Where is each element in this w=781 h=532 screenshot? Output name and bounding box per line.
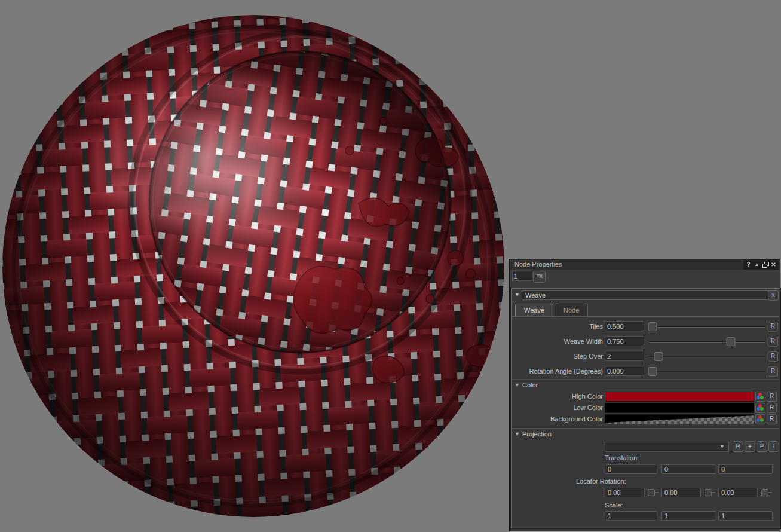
tiles-slider[interactable]	[648, 321, 766, 332]
color-label: High Color	[512, 393, 603, 400]
color-label: Background Color	[512, 415, 603, 423]
reset-button[interactable]: R	[733, 441, 743, 452]
translation-z-input[interactable]	[718, 464, 773, 474]
close-icon[interactable]: ✕	[770, 261, 777, 268]
tabs-divider	[512, 316, 779, 317]
add-locator-button[interactable]: +	[745, 441, 755, 452]
shade-icon[interactable]: ▲	[753, 261, 761, 268]
rotation-x-input[interactable]	[605, 488, 645, 497]
projection-locator-row: ▼ R + P T	[512, 441, 780, 452]
reset-button[interactable]: R	[768, 337, 778, 347]
param-label: Step Over	[512, 353, 603, 360]
param-row-step-over: Step Over R	[512, 349, 780, 364]
rotation-z-mini-slider[interactable]	[761, 489, 772, 496]
param-row-tiles: Tiles R	[512, 319, 780, 334]
alpha-checker	[605, 415, 754, 424]
locator-dropdown[interactable]: ▼	[605, 441, 729, 452]
panel-title: Node Properties	[514, 261, 562, 268]
rotation-label: Locator Rotation:	[576, 478, 626, 485]
reset-button[interactable]: R	[767, 414, 777, 424]
help-icon[interactable]: ?	[745, 261, 752, 268]
slider-handle[interactable]	[654, 352, 663, 361]
shader-ball-preview	[0, 0, 514, 532]
translation-y-input[interactable]	[661, 464, 716, 474]
scale-z-input[interactable]	[718, 511, 773, 521]
reset-button[interactable]: R	[768, 322, 778, 332]
rotation-y-input[interactable]	[661, 488, 701, 497]
node-properties-panel: Node Properties ? ▲ ✕ ≡x ▼ x Weave Node	[509, 259, 780, 532]
color-picker-icon[interactable]	[755, 392, 765, 402]
scale-label: Scale:	[605, 502, 623, 509]
node-tabs: Weave Node	[515, 304, 588, 316]
slider-track	[649, 326, 765, 328]
list-filter-button[interactable]: ≡x	[533, 271, 546, 283]
color-row-low: Low Color R	[512, 402, 780, 414]
weave-width-input[interactable]	[605, 336, 644, 346]
param-row-weave-width: Weave Width R	[512, 334, 780, 349]
weave-width-slider[interactable]	[648, 336, 766, 347]
slider-track	[649, 341, 765, 343]
slider-track	[649, 356, 765, 357]
reset-button[interactable]: R	[768, 366, 778, 377]
t-button[interactable]: T	[768, 441, 779, 452]
projection-section-header[interactable]: ▼ Projection	[512, 428, 780, 439]
titlebar-icons: ? ▲ ✕	[743, 259, 779, 270]
translation-row	[512, 464, 780, 475]
chevron-down-icon: ▼	[719, 444, 725, 450]
param-label: Tiles	[512, 323, 603, 330]
color-picker-icon[interactable]	[755, 414, 765, 424]
high-color-swatch[interactable]	[605, 392, 754, 402]
step-over-input[interactable]	[605, 351, 644, 361]
node-name-field[interactable]	[522, 290, 775, 300]
param-label: Weave Width	[512, 338, 603, 345]
collapse-arrow-icon[interactable]: ▼	[514, 292, 520, 298]
scale-y-input[interactable]	[661, 511, 716, 521]
slider-track	[649, 371, 765, 372]
p-button[interactable]: P	[757, 441, 767, 452]
scale-x-input[interactable]	[605, 511, 657, 521]
reset-button[interactable]: R	[768, 351, 778, 362]
collapse-arrow-icon[interactable]: ▼	[514, 382, 520, 388]
weave-node-group: ▼ x Weave Node Tiles R Weave Width	[511, 288, 780, 528]
rotation-angle-input[interactable]	[605, 366, 644, 376]
low-color-swatch[interactable]	[605, 403, 754, 413]
collapse-arrow-icon[interactable]: ▼	[514, 431, 520, 437]
color-row-high: High Color R	[512, 391, 780, 402]
rotation-angle-slider[interactable]	[648, 366, 766, 377]
param-row-rotation-angle: Rotation Angle (Degrees) R	[512, 364, 780, 379]
param-label: Rotation Angle (Degrees)	[512, 368, 603, 375]
slider-handle[interactable]	[648, 322, 657, 331]
section-title: Projection	[522, 430, 552, 438]
reset-button[interactable]: R	[767, 392, 777, 402]
step-over-slider[interactable]	[648, 351, 766, 362]
slider-handle[interactable]	[726, 337, 735, 346]
weave-node-header: ▼ x	[512, 289, 780, 302]
slider-handle[interactable]	[648, 367, 657, 376]
remove-node-button[interactable]: x	[768, 290, 779, 301]
rotation-x-mini-slider[interactable]	[648, 489, 659, 496]
node-index-input[interactable]	[512, 271, 532, 281]
restore-icon[interactable]	[761, 261, 769, 268]
section-title: Color	[522, 381, 538, 389]
render-viewport[interactable]: Node Properties ? ▲ ✕ ≡x ▼ x Weave Node	[0, 0, 781, 532]
rotation-y-mini-slider[interactable]	[705, 489, 715, 496]
color-label: Low Color	[512, 404, 603, 411]
reset-button[interactable]: R	[767, 403, 777, 413]
translation-x-input[interactable]	[605, 464, 657, 474]
rotation-z-input[interactable]	[718, 488, 758, 497]
panel-titlebar[interactable]: Node Properties ? ▲ ✕	[510, 259, 780, 270]
tiles-input[interactable]	[605, 321, 644, 331]
rotation-row	[512, 488, 780, 499]
translation-label: Translation:	[605, 454, 639, 461]
background-color-swatch[interactable]	[605, 414, 754, 424]
color-picker-icon[interactable]	[755, 403, 765, 413]
tab-weave[interactable]: Weave	[515, 304, 553, 316]
tab-node[interactable]: Node	[555, 304, 588, 316]
color-section-header[interactable]: ▼ Color	[512, 379, 780, 390]
scale-row	[512, 511, 780, 522]
color-row-background: Background Color R	[512, 414, 780, 425]
